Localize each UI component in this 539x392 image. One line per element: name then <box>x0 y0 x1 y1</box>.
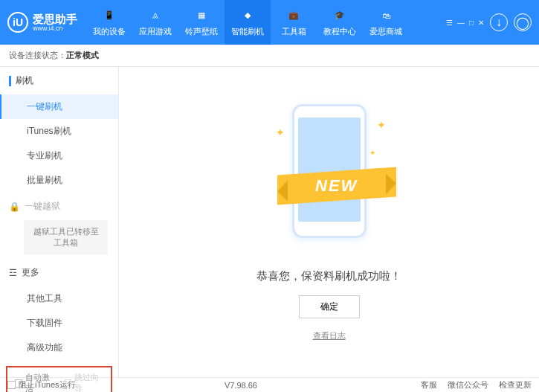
success-message: 恭喜您，保资料刷机成功啦！ <box>256 269 401 283</box>
section-label: 刷机 <box>16 74 33 87</box>
jailbreak-note[interactable]: 越狱工具已转移至工具箱 <box>24 220 108 254</box>
app-logo: iU 爱思助手 www.i4.cn <box>7 12 77 33</box>
sidebar-section-more[interactable]: ☲更多 <box>0 259 118 286</box>
toolbox-icon: 💼 <box>286 8 301 23</box>
footer-link-update[interactable]: 检查更新 <box>499 379 532 391</box>
app-url: www.i4.cn <box>33 25 77 32</box>
logo-icon: iU <box>7 12 28 33</box>
close-icon[interactable]: ✕ <box>478 19 484 27</box>
nav-my-device[interactable]: 📱我的设备 <box>86 0 132 45</box>
sidebar-section-flash[interactable]: 刷机 <box>0 67 118 94</box>
window-controls: ☰ — □ ✕ <box>446 19 484 27</box>
flash-options-group: 自动激活 跳过向导 <box>6 366 112 392</box>
checkbox-label: 跳过向导 <box>74 372 103 392</box>
sidebar-item-download[interactable]: 下载固件 <box>0 311 118 335</box>
nav-ringtone[interactable]: ▦铃声壁纸 <box>178 0 225 45</box>
device-icon: 📱 <box>102 8 117 23</box>
menu-icon[interactable]: ☰ <box>446 19 453 27</box>
sidebar-item-itunes[interactable]: iTunes刷机 <box>0 119 118 144</box>
sidebar-item-advanced[interactable]: 高级功能 <box>0 335 118 360</box>
maximize-icon[interactable]: □ <box>469 19 474 27</box>
nav-tutorial[interactable]: 🎓教程中心 <box>317 0 363 45</box>
download-button[interactable]: ↓ <box>490 13 508 31</box>
nav-label: 工具箱 <box>282 26 306 37</box>
sidebar-section-jailbreak: 🔒一键越狱 <box>0 193 118 220</box>
status-label: 设备连接状态： <box>9 50 66 61</box>
list-icon: ☲ <box>9 268 17 278</box>
view-log-link[interactable]: 查看日志 <box>313 330 346 341</box>
nav-label: 智能刷机 <box>231 26 264 37</box>
nav-label: 我的设备 <box>93 26 126 37</box>
section-label: 一键越狱 <box>25 200 60 213</box>
checkbox-skip-guide[interactable]: 跳过向导 <box>65 372 104 392</box>
nav-label: 铃声壁纸 <box>185 26 218 37</box>
lock-icon: 🔒 <box>9 202 20 212</box>
minimize-icon[interactable]: — <box>457 19 465 27</box>
success-illustration: ✦ ✦ ✦ NEW <box>270 97 389 260</box>
ringtone-icon: ▦ <box>194 8 209 23</box>
user-button[interactable]: ◯ <box>514 13 532 31</box>
checkbox-auto-activate[interactable]: 自动激活 <box>15 372 54 392</box>
nav-store[interactable]: 🛍爱思商城 <box>363 0 409 45</box>
sidebar-item-other[interactable]: 其他工具 <box>0 286 118 311</box>
footer-link-support[interactable]: 客服 <box>421 379 437 391</box>
apps-icon: ⩓ <box>148 8 163 23</box>
app-title: 爱思助手 <box>33 13 77 25</box>
status-bar: 设备连接状态：正常模式 <box>0 45 539 67</box>
status-value: 正常模式 <box>66 50 99 61</box>
sidebar-item-pro[interactable]: 专业刷机 <box>0 144 118 168</box>
nav-toolbox[interactable]: 💼工具箱 <box>271 0 317 45</box>
nav-apps[interactable]: ⩓应用游戏 <box>132 0 178 45</box>
tutorial-icon: 🎓 <box>332 8 347 23</box>
ok-button[interactable]: 确定 <box>299 295 360 318</box>
sidebar: 刷机 一键刷机 iTunes刷机 专业刷机 批量刷机 🔒一键越狱 越狱工具已转移… <box>0 67 119 377</box>
main-content: ✦ ✦ ✦ NEW 恭喜您，保资料刷机成功啦！ 确定 查看日志 <box>119 67 539 377</box>
section-label: 更多 <box>22 266 39 279</box>
footer-link-wechat[interactable]: 微信公众号 <box>448 379 488 391</box>
top-nav: 📱我的设备 ⩓应用游戏 ▦铃声壁纸 ◆智能刷机 💼工具箱 🎓教程中心 🛍爱思商城 <box>86 0 446 45</box>
checkbox-label: 自动激活 <box>25 372 54 392</box>
nav-label: 爱思商城 <box>369 26 402 37</box>
sidebar-item-batch[interactable]: 批量刷机 <box>0 168 118 193</box>
nav-label: 教程中心 <box>323 26 356 37</box>
flash-icon: ◆ <box>240 8 255 23</box>
store-icon: 🛍 <box>378 8 393 23</box>
sidebar-item-oneclick[interactable]: 一键刷机 <box>0 94 118 119</box>
version-label: V7.98.66 <box>225 381 257 390</box>
nav-smart-flash[interactable]: ◆智能刷机 <box>225 0 271 45</box>
nav-label: 应用游戏 <box>139 26 172 37</box>
titlebar: iU 爱思助手 www.i4.cn 📱我的设备 ⩓应用游戏 ▦铃声壁纸 ◆智能刷… <box>0 0 539 45</box>
